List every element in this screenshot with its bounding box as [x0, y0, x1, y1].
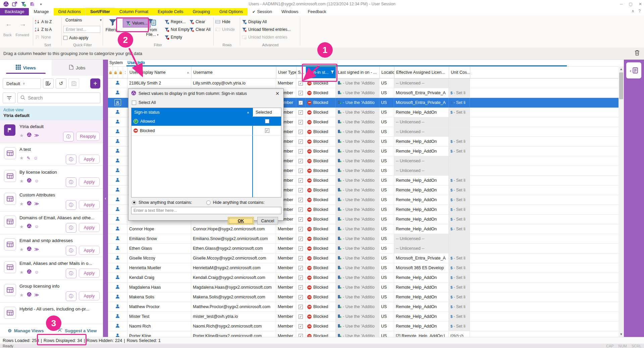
allowed-checkbox[interactable] — [265, 119, 269, 123]
row-checkbox[interactable]: ✓ — [299, 139, 303, 144]
tab-manage[interactable]: Manage — [29, 8, 53, 15]
regex-button[interactable]: Regex... — [164, 18, 186, 25]
info-button[interactable]: ⓘ — [66, 177, 76, 187]
tab-sort-filter[interactable]: Sort/Filter — [86, 8, 115, 15]
tab-jobs[interactable]: Jobs — [52, 60, 103, 76]
text-filter-input[interactable] — [131, 207, 281, 214]
row-checkbox[interactable]: ✓ — [299, 324, 303, 329]
clear-all-button[interactable]: Clear All — [189, 26, 211, 33]
vertical-scrollbar[interactable]: ▲ ▼ — [619, 66, 624, 337]
table-row[interactable]: Kendall CraigKendall.Craig@sygx2.onmicro… — [108, 273, 619, 283]
dialog-row-allowed[interactable]: Allowed — [131, 117, 281, 126]
reapply-button[interactable]: Reapply — [76, 132, 100, 141]
tab-feedback[interactable]: Feedback — [303, 8, 331, 15]
collapse-ribbon-icon[interactable]: ∧ — [632, 9, 635, 13]
apply-button[interactable]: Apply — [79, 246, 100, 255]
info-button[interactable]: ⓘ — [66, 291, 76, 301]
minimize-button[interactable]: ─ — [620, 2, 623, 6]
not-empty-button[interactable]: Not Empty — [164, 26, 190, 33]
view-card[interactable]: Ytria default★≫ⓘReapply — [0, 120, 103, 143]
dialog-value-column-header[interactable]: Sign-in status▲ — [131, 108, 252, 117]
table-row[interactable]: Matthew ProctorMatthew.Proctor@sygx2.onm… — [108, 302, 619, 312]
header-user-type[interactable]: User Type — [276, 67, 297, 78]
select-all-row[interactable]: Select All — [128, 98, 283, 107]
scroll-down-icon[interactable]: ▼ — [619, 332, 624, 337]
row-checkbox[interactable]: ✓ — [299, 178, 303, 183]
row-checkbox[interactable]: ✓ — [299, 217, 303, 222]
export-icon[interactable] — [12, 1, 17, 7]
row-checkbox[interactable]: ✓ — [299, 120, 303, 124]
row-checkbox[interactable]: ✓ — [299, 285, 303, 290]
unload-hidden-button[interactable]: Unload hidden entries — [242, 34, 287, 41]
view-card[interactable]: Custom Attributes★≫ⓘApply — [0, 189, 103, 212]
row-checkbox[interactable]: ✓ — [299, 256, 303, 260]
qat-dropdown-icon[interactable]: ▾ — [38, 1, 44, 7]
back-button[interactable]: ← — [5, 20, 12, 28]
suggest-view-link[interactable]: Suggest a View — [52, 328, 103, 334]
apply-button[interactable]: Apply — [79, 291, 100, 300]
tab-windows[interactable]: Windows — [277, 8, 303, 15]
table-row[interactable]: Giselle MccoyGiselle.Mccoy@sygx2.onmicro… — [108, 253, 619, 263]
right-panel-expander[interactable]: ‹ — [626, 62, 641, 78]
view-filter-button[interactable] — [3, 93, 15, 103]
header-unit-cost[interactable]: Unit Cos... — [449, 67, 470, 78]
row-checkbox[interactable]: ✓ — [299, 91, 303, 95]
apply-button[interactable]: Apply — [79, 155, 100, 164]
row-checkbox[interactable]: ✓ — [299, 101, 303, 105]
info-button[interactable]: ⓘ — [66, 269, 76, 278]
forward-button[interactable]: → — [19, 20, 26, 28]
quick-filter-input[interactable] — [63, 26, 100, 33]
header-username[interactable]: Username — [192, 67, 276, 78]
row-checkbox[interactable]: ✓ — [299, 334, 303, 337]
show-contains-radio[interactable]: Show anything that contains: — [132, 200, 192, 205]
row-checkbox[interactable]: ✓ — [299, 237, 303, 241]
empty-button[interactable]: Empty — [164, 34, 182, 41]
dialog-close-icon[interactable]: ✕ — [274, 91, 281, 96]
view-card[interactable]: By license location★☺ⓘApply — [0, 166, 103, 189]
tab-grid-options[interactable]: Grid Options — [215, 8, 248, 15]
row-checkbox[interactable]: ✓ — [299, 295, 303, 299]
reset-view-button[interactable]: ↺ — [56, 78, 66, 89]
table-row[interactable]: Ethen GlassEthen.Glass@sygx2.onmicrosoft… — [108, 244, 619, 253]
tab-explode-cells[interactable]: Explode Cells — [153, 8, 188, 15]
sort-a-to-z-button[interactable]: AZA to Z — [35, 18, 52, 25]
sidebar-collapse-handle[interactable]: ‹ — [103, 60, 108, 337]
table-row[interactable]: Naomi RichNaomi.Rich@sygx2.onmicrosoft.c… — [108, 322, 619, 331]
dialog-title-bar[interactable]: Select values to display in grid from co… — [128, 89, 283, 98]
apply-button[interactable]: Apply — [79, 269, 100, 278]
header-last-signed-in[interactable]: Last signed in on - ... — [336, 67, 380, 78]
row-checkbox[interactable]: ✓ — [299, 305, 303, 309]
select-all-checkbox[interactable] — [132, 101, 136, 105]
row-checkbox[interactable]: ✓ — [299, 110, 303, 115]
table-row[interactable]: Porter KlinePorter.Kline@sygx2.onmicroso… — [108, 331, 619, 337]
filter-check-icon[interactable] — [21, 1, 26, 7]
row-checkbox[interactable]: ✓ — [299, 246, 303, 251]
view-card[interactable]: Domains of Email, Aliases and othe...★☺ⓘ… — [0, 212, 103, 234]
view-card[interactable]: Group licensing info★≫ⓘApply — [0, 280, 103, 303]
view-card[interactable]: A test★✎☺ⓘApply — [0, 143, 103, 166]
edit-columns-button[interactable] — [43, 78, 54, 89]
unload-filtered-button[interactable]: Unload filtered entries... — [242, 26, 291, 33]
display-all-button[interactable]: Display All — [242, 18, 267, 25]
info-button[interactable]: ⓘ — [66, 200, 76, 210]
row-checkbox[interactable]: ✓ — [299, 130, 303, 134]
row-checkbox[interactable]: ✓ — [299, 266, 303, 270]
view-card[interactable]: Email, Aliases and other Mails in o...★☺… — [0, 257, 103, 280]
row-checkbox[interactable]: ✓ — [299, 208, 303, 212]
scrollbar-thumb[interactable] — [619, 72, 623, 99]
apply-button[interactable]: Apply — [79, 223, 100, 232]
hide-contains-radio[interactable]: Hide anything that contains: — [206, 200, 265, 205]
sort-none-button[interactable]: None — [35, 34, 51, 41]
table-row[interactable]: 2186Lilly Smith 2Lilly.smith.copy@ovh.yt… — [108, 78, 619, 88]
view-card[interactable]: Email and smtp addresses★≫ⓘApply — [0, 234, 103, 257]
tab-session[interactable]: ✔Session — [248, 8, 277, 15]
blocked-checkbox[interactable]: ✓ — [265, 128, 269, 133]
copy-icon[interactable] — [30, 1, 35, 7]
info-button[interactable]: ⓘ — [66, 223, 76, 233]
sort-z-to-a-button[interactable]: ZAZ to A — [35, 26, 52, 33]
save-view-button[interactable] — [68, 78, 79, 89]
close-button[interactable]: ✕ — [639, 2, 642, 6]
maximize-button[interactable]: ▢ — [629, 2, 633, 6]
cancel-button[interactable]: Cancel — [257, 217, 278, 225]
header-s[interactable]: S... — [297, 67, 306, 78]
